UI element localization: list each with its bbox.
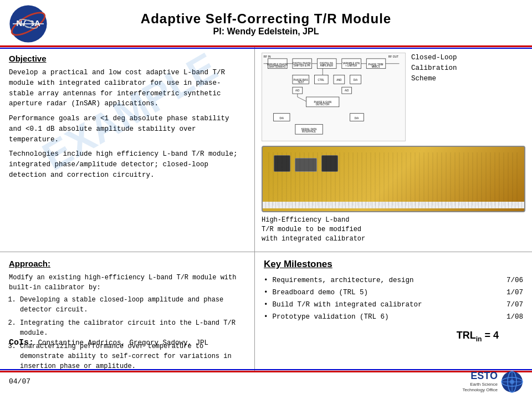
approach-intro: Modify an existing high-efficiency L-ban… (9, 273, 245, 293)
objective-para-3: Technologies include high efficiency L-b… (9, 149, 245, 180)
svg-text:AND: AND (336, 79, 341, 81)
objective-para-1: Develop a practical and low cost adaptiv… (9, 68, 245, 109)
svg-line-52 (298, 97, 306, 101)
cois-names: Constantine Andricos, Gregory Sadowy, JP… (38, 339, 209, 347)
chip-3 (321, 155, 338, 172)
trl-subscript: in (476, 335, 482, 343)
cois-label: CoIs: (9, 338, 34, 347)
objective-heading: Objective (9, 54, 245, 63)
milestones-heading: Key Milestones (264, 259, 523, 270)
device-components (274, 155, 338, 172)
svg-text:D/A: D/A (355, 117, 359, 120)
milestone-item-0: • Requirements, architecture, design 7/0… (264, 277, 523, 284)
milestone-date-0: 7/06 (507, 277, 523, 284)
svg-text:CTRL: CTRL (318, 79, 324, 81)
page-header: NASA Adaptive Self-Correcting T/R Module… (0, 0, 532, 47)
page-footer: 04/07 ESTO Earth ScienceTechnology Offic… (0, 371, 532, 391)
milestone-item-1: • Breadboard demo (TRL 5) 1/07 (264, 289, 523, 296)
device-photo (262, 146, 525, 212)
milestone-text-2: Build T/R with integrated calibrator (273, 301, 422, 309)
svg-text:D/A: D/A (354, 79, 357, 81)
svg-text:TEST: TEST (298, 81, 304, 84)
calibration-label: Closed-LoopCalibrationScheme (411, 53, 457, 84)
objective-para-2: Performance goals are <1 deg absolute ph… (9, 114, 245, 145)
right-top-panel: RF IN RF OUT VARIABLE PHASE SHIFTER/BIAS… (255, 47, 532, 252)
svg-text:RF OUT: RF OUT (388, 55, 398, 58)
svg-text:A/D: A/D (295, 89, 299, 92)
svg-text:RF IN: RF IN (264, 55, 271, 58)
svg-text:+ LIMITER: + LIMITER (345, 64, 357, 67)
esto-icon (501, 371, 523, 393)
title-block: Adaptive Self-Correcting T/R Module PI: … (48, 11, 484, 37)
approach-step-1: Developing a stable closed-loop amplitud… (20, 295, 245, 315)
approach-step-2: Integrating the calibrator circuit into … (20, 318, 245, 338)
diagram-area: RF IN RF OUT VARIABLE PHASE SHIFTER/BIAS… (262, 53, 525, 141)
footer-date: 04/07 (9, 377, 30, 386)
approach-steps: Developing a stable closed-loop amplitud… (20, 295, 245, 371)
milestone-text-0: Requirements, architecture, design (273, 277, 414, 284)
nasa-logo: NASA (9, 4, 48, 43)
svg-text:SHIFTER & PA: SHIFTER & PA (294, 64, 310, 67)
milestone-text-3: Prototype validation (TRL 6) (273, 313, 389, 321)
milestones-panel: Key Milestones • Requirements, architect… (255, 252, 532, 371)
chip-2 (295, 158, 317, 172)
svg-text:A/D: A/D (345, 89, 349, 92)
bullet-1: • (264, 289, 268, 296)
approach-panel: Approach: Modify an existing high-effici… (0, 252, 255, 371)
chip-1 (274, 155, 290, 172)
device-caption: High-Efficiency L-bandT/R module to be m… (262, 216, 525, 243)
bottom-section: Approach: Modify an existing high-effici… (0, 252, 532, 371)
milestone-date-1: 1/07 (507, 289, 523, 296)
svg-text:INTERFACE: INTERFACE (302, 130, 316, 133)
svg-text:DETECTOR: DETECTOR (316, 103, 329, 106)
esto-logo: ESTO Earth ScienceTechnology Office (463, 370, 523, 392)
bullet-0: • (264, 277, 268, 284)
cois-line: CoIs: Constantine Andricos, Gregory Sado… (9, 338, 208, 347)
subtitle: PI: Wendy Edelstein, JPL (48, 27, 484, 37)
svg-text:D/A: D/A (279, 117, 283, 120)
svg-text:AMPLIFIER: AMPLIFIER (320, 64, 332, 67)
bullet-3: • (264, 313, 268, 321)
objective-panel: Objective Develop a practical and low co… (0, 47, 255, 252)
milestone-item-2: • Build T/R with integrated calibrator 7… (264, 301, 523, 309)
calibration-label-block: Closed-LoopCalibrationScheme (411, 53, 457, 141)
main-title: Adaptive Self-Correcting T/R Module (48, 11, 484, 27)
trl-line: TRLin = 4 (457, 330, 499, 343)
milestone-date-3: 1/08 (507, 313, 523, 321)
milestone-date-2: 7/07 (507, 301, 523, 309)
approach-heading: Approach: (9, 259, 245, 268)
svg-text:SHIFTER/BIAS: SHIFTER/BIAS (269, 65, 285, 68)
circuit-diagram: RF IN RF OUT VARIABLE PHASE SHIFTER/BIAS… (262, 53, 406, 141)
bullet-2: • (264, 301, 268, 309)
esto-subtext: Earth ScienceTechnology Office (463, 382, 498, 392)
milestone-text-1: Breadboard demo (TRL 5) (273, 289, 369, 296)
esto-text: ESTO (463, 370, 498, 382)
svg-text:MMICS: MMICS (372, 65, 380, 68)
trl-label: TRL (457, 330, 476, 341)
milestone-item-3: • Prototype validation (TRL 6) 1/08 (264, 313, 523, 321)
top-section: Objective Develop a practical and low co… (0, 47, 532, 252)
trl-value: = 4 (484, 330, 499, 341)
